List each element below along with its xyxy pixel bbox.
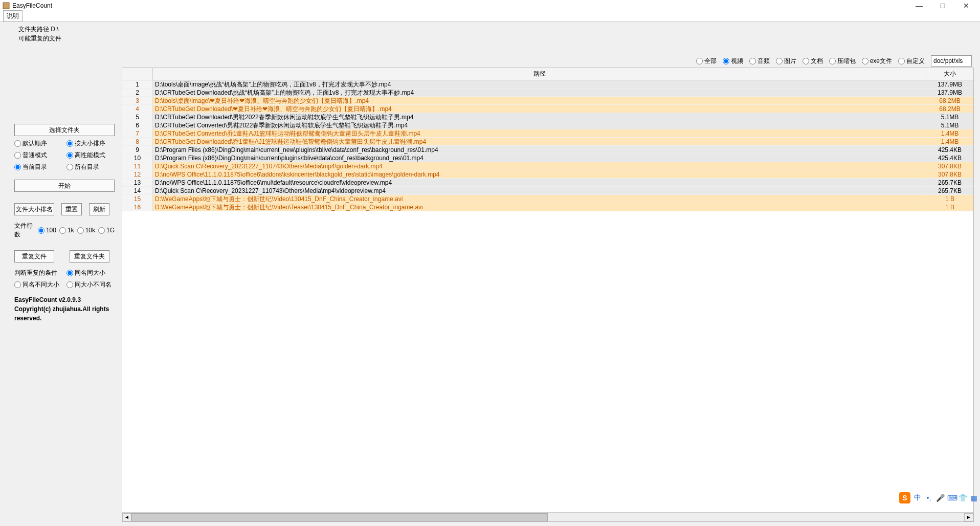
minimize-button[interactable]: — — [907, 0, 931, 11]
dup-folders-button[interactable]: 重复文件夹 — [70, 250, 109, 262]
row-size: 68.2MB — [926, 105, 973, 113]
row-path: D:\WeGameApps\地下城与勇士：创新世纪\Video\Teaser\1… — [153, 203, 926, 211]
sort-size-radio[interactable]: 按大小排序 — [66, 139, 115, 148]
filter-doc[interactable]: 文档 — [803, 57, 823, 65]
row-index: 13 — [122, 179, 153, 186]
row-size: 307.8KB — [926, 170, 973, 178]
table-row[interactable]: 8D:\CRTubeGet Downloaded\乔1童鞋AJ1篮球鞋运动鞋低帮… — [122, 138, 973, 146]
cond-size-diff-name[interactable]: 同大小不同名 — [66, 280, 115, 289]
ime-keyboard-icon[interactable]: ⌨ — [947, 494, 955, 502]
row-path: D:\Quick Scan C\Recovery_20231227_110743… — [153, 162, 926, 170]
filter-audio[interactable]: 音频 — [749, 57, 770, 65]
table-row[interactable]: 6D:\CRTubeGet Converted\男鞋2022春季新款休闲运动鞋软… — [122, 121, 973, 129]
table-row[interactable]: 9D:\Program Files (x86)\DingDing\main\cu… — [122, 146, 973, 154]
cond-name-size[interactable]: 同名同大小 — [66, 269, 115, 277]
filter-exe[interactable]: exe文件 — [862, 57, 892, 65]
horizontal-scrollbar[interactable]: ◄ ► — [122, 512, 973, 521]
window-title: EasyFileCount — [12, 2, 907, 9]
dir-all-radio[interactable]: 所有目录 — [66, 163, 115, 171]
cond-name-diff-size[interactable]: 同名不同大小 — [14, 280, 62, 289]
table-row[interactable]: 13D:\no\WPS Office\11.1.0.11875\office6\… — [122, 179, 973, 187]
version-label: EasyFileCount v2.0.9.3 — [14, 295, 115, 304]
ime-mic-icon[interactable]: 🎤 — [936, 494, 944, 502]
menu-help[interactable]: 说明 — [3, 10, 23, 22]
results-table: 路径 大小 1D:\tools\桌面\image\挑战“机场高架”上的物资吃鸡，… — [122, 68, 974, 522]
row-index: 9 — [122, 146, 153, 154]
rows-100[interactable]: 100 — [38, 227, 56, 234]
scroll-thumb[interactable] — [131, 513, 548, 521]
row-index: 11 — [122, 162, 153, 170]
scroll-right-arrow[interactable]: ► — [964, 513, 973, 521]
table-row[interactable]: 2D:\CRTubeGet Downloaded\挑战“机场高架”上的物资吃鸡，… — [122, 89, 973, 97]
row-index: 16 — [122, 203, 153, 211]
col-size[interactable]: 大小 — [926, 68, 973, 80]
folder-path-label: 文件夹路径 D:\ — [18, 25, 974, 34]
row-path: D:\tools\桌面\image\❤夏日补给❤海浪、晴空与奔跑的少女们【夏日晴… — [153, 97, 926, 104]
row-index: 6 — [122, 121, 153, 129]
rows-1g[interactable]: 1G — [98, 227, 115, 234]
row-index: 15 — [122, 195, 153, 203]
maximize-button[interactable]: □ — [931, 0, 954, 11]
table-row[interactable]: 16D:\WeGameApps\地下城与勇士：创新世纪\Video\Teaser… — [122, 203, 973, 211]
filter-all[interactable]: 全部 — [696, 57, 717, 65]
dir-current-radio[interactable]: 当前目录 — [14, 163, 62, 171]
sidebar: 选择文件夹 默认顺序 按大小排序 普通模式 高性能模式 当前目录 所有目录 开始… — [14, 124, 115, 323]
ime-bar: S 中 •, 🎤 ⌨ 👕 ▦ — [899, 492, 978, 503]
close-button[interactable]: ✕ — [954, 0, 978, 11]
table-row[interactable]: 11D:\Quick Scan C\Recovery_20231227_1107… — [122, 162, 973, 170]
row-path: D:\WeGameApps\地下城与勇士：创新世纪\Video\130415_D… — [153, 195, 926, 203]
table-row[interactable]: 1D:\tools\桌面\image\挑战“机场高架”上的物资吃鸡，正面1v8，… — [122, 80, 973, 89]
row-path: D:\CRTubeGet Downloaded\挑战“机场高架”上的物资吃鸡，正… — [153, 89, 926, 96]
row-index: 10 — [122, 154, 153, 162]
row-path: D:\tools\桌面\image\挑战“机场高架”上的物资吃鸡，正面1v8，打… — [153, 80, 926, 88]
sort-default-radio[interactable]: 默认顺序 — [14, 139, 62, 148]
row-index: 7 — [122, 129, 153, 137]
app-icon — [2, 2, 10, 10]
col-path[interactable]: 路径 — [153, 68, 926, 80]
row-path: D:\Program Files (x86)\DingDing\main\cur… — [153, 146, 926, 154]
row-size: 137.9MB — [926, 89, 973, 96]
table-row[interactable]: 12D:\no\WPS Office\11.1.0.11875\office6\… — [122, 170, 973, 179]
choose-folder-button[interactable]: 选择文件夹 — [14, 124, 115, 136]
sogou-icon[interactable]: S — [899, 492, 910, 503]
table-row[interactable]: 10D:\Program Files (x86)\DingDing\main\c… — [122, 154, 973, 162]
reset-button[interactable]: 重置 — [61, 203, 82, 215]
row-path: D:\no\WPS Office\11.1.0.11875\office6\mu… — [153, 179, 926, 186]
custom-filter-input[interactable] — [931, 55, 972, 67]
table-row[interactable]: 4D:\CRTubeGet Downloaded\❤夏日补给❤海浪、晴空与奔跑的… — [122, 105, 973, 113]
rows-10k[interactable]: 10k — [77, 227, 95, 234]
ime-skin-icon[interactable]: 👕 — [959, 494, 967, 502]
row-path: D:\Quick Scan C\Recovery_20231227_110743… — [153, 187, 926, 194]
ime-zh-icon[interactable]: 中 — [914, 493, 922, 502]
row-size: 307.8KB — [926, 162, 973, 170]
filter-custom[interactable]: 自定义 — [898, 57, 925, 65]
table-row[interactable]: 7D:\CRTubeGet Converted\乔1童鞋AJ1篮球鞋运动鞋低帮鸳… — [122, 129, 973, 138]
dup-files-button[interactable]: 重复文件 — [14, 250, 54, 262]
filter-video[interactable]: 视频 — [723, 57, 743, 65]
filter-archive[interactable]: 压缩包 — [829, 57, 856, 65]
row-size: 425.4KB — [926, 154, 973, 162]
ime-punct-icon[interactable]: •, — [925, 494, 933, 502]
table-row[interactable]: 5D:\CRTubeGet Downloaded\男鞋2022春季新款休闲运动鞋… — [122, 113, 973, 121]
mode-perf-radio[interactable]: 高性能模式 — [66, 151, 115, 160]
scroll-left-arrow[interactable]: ◄ — [122, 513, 131, 521]
row-path: D:\CRTubeGet Downloaded\❤夏日补给❤海浪、晴空与奔跑的少… — [153, 105, 926, 113]
refresh-button[interactable]: 刷新 — [89, 203, 109, 215]
table-row[interactable]: 3D:\tools\桌面\image\❤夏日补给❤海浪、晴空与奔跑的少女们【夏日… — [122, 97, 973, 105]
row-index: 8 — [122, 138, 153, 145]
row-path: D:\Program Files (x86)\DingDing\main\cur… — [153, 154, 926, 162]
filter-image[interactable]: 图片 — [776, 57, 796, 65]
rank-size-button[interactable]: 文件大小排名 — [14, 203, 54, 215]
row-index: 12 — [122, 170, 153, 178]
duplicate-hint: 可能重复的文件 — [18, 34, 974, 43]
mode-normal-radio[interactable]: 普通模式 — [14, 151, 62, 160]
rows-1k[interactable]: 1k — [59, 227, 74, 234]
row-size: 5.1MB — [926, 113, 973, 121]
row-index: 2 — [122, 89, 153, 96]
start-button[interactable]: 开始 — [14, 180, 115, 192]
ime-grid-icon[interactable]: ▦ — [970, 494, 978, 502]
table-row[interactable]: 15D:\WeGameApps\地下城与勇士：创新世纪\Video\130415… — [122, 195, 973, 203]
table-row[interactable]: 14D:\Quick Scan C\Recovery_20231227_1107… — [122, 187, 973, 195]
scroll-track[interactable] — [131, 513, 964, 521]
row-size: 1 B — [926, 195, 973, 203]
